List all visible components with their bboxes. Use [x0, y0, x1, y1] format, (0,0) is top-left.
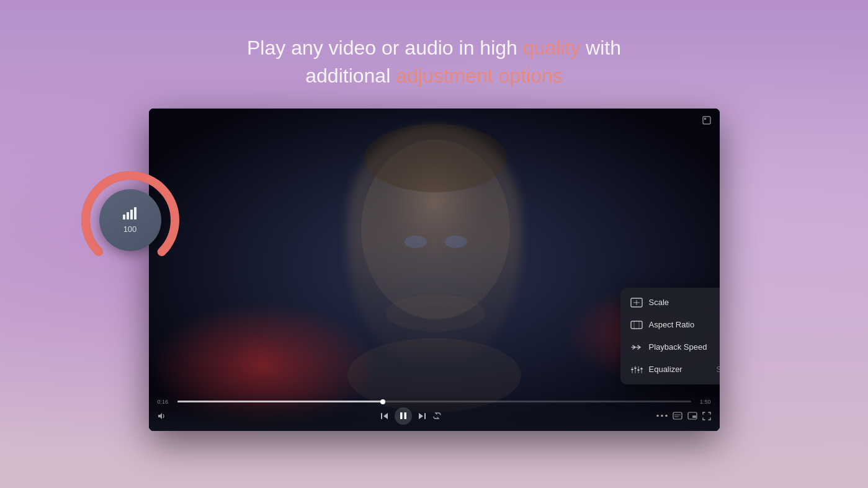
svg-point-11 [361, 140, 510, 319]
svg-rect-27 [634, 368, 637, 369]
svg-rect-38 [424, 413, 426, 419]
menu-item-equalizer[interactable]: Equalizer Shift+E [620, 358, 720, 381]
more-options-button[interactable] [656, 414, 668, 417]
headline-adjustment: adjustment options [396, 64, 563, 87]
headline: Play any video or audio in high quality … [247, 34, 621, 90]
headline-text-start: Play any video or audio in high [247, 37, 523, 59]
pip-button[interactable] [687, 412, 697, 420]
svg-rect-2 [123, 215, 125, 220]
time-total: 1:50 [696, 399, 711, 405]
headline-line2: additional adjustment options [247, 62, 621, 90]
svg-rect-34 [381, 413, 382, 419]
svg-marker-37 [419, 413, 423, 419]
svg-rect-35 [400, 412, 403, 419]
svg-rect-29 [637, 370, 640, 371]
headline-text-end: with [580, 37, 621, 59]
menu-label-scale: Scale [649, 298, 714, 307]
svg-point-15 [386, 295, 485, 332]
svg-point-9 [329, 115, 540, 363]
scale-icon [630, 298, 643, 308]
volume-center: 100 [99, 189, 161, 251]
svg-marker-32 [158, 413, 162, 419]
svg-rect-42 [673, 412, 682, 419]
menu-label-eq: Equalizer [649, 365, 710, 374]
svg-rect-25 [631, 369, 633, 370]
volume-button[interactable] [158, 412, 166, 420]
headline-line1: Play any video or audio in high quality … [247, 34, 621, 62]
time-current: 0:16 [158, 399, 172, 405]
menu-item-scale[interactable]: Scale Ctrl+S [620, 291, 720, 314]
menu-item-playback-speed[interactable]: Playback Speed Ctrl+L [620, 336, 720, 358]
screen-corner-icon [702, 116, 711, 126]
svg-point-12 [364, 124, 507, 192]
speed-icon [630, 342, 643, 352]
right-controls [656, 412, 711, 420]
menu-shortcut-eq: Shift+E [716, 365, 719, 374]
svg-point-39 [656, 415, 659, 417]
svg-rect-16 [703, 117, 710, 124]
play-pause-button[interactable] [395, 407, 412, 425]
menu-label-ratio: Aspect Ratio [649, 320, 714, 329]
headline-quality: quality [523, 37, 581, 59]
video-screen: Scale Ctrl+S Aspect Ratio Ctrl+A [149, 109, 720, 431]
svg-point-13 [405, 236, 427, 248]
menu-label-speed: Playback Speed [649, 342, 715, 352]
repeat-button[interactable] [432, 412, 442, 420]
prev-button[interactable] [380, 412, 388, 420]
menu-item-aspect-ratio[interactable]: Aspect Ratio Ctrl+A [620, 314, 720, 336]
headline-line2-start: additional [305, 64, 396, 87]
svg-point-41 [665, 415, 668, 417]
fullscreen-button[interactable] [702, 412, 711, 420]
svg-rect-36 [404, 412, 406, 419]
player-wrapper: 100 [149, 109, 720, 456]
controls-row [158, 405, 711, 425]
progress-track[interactable] [177, 401, 691, 402]
next-button[interactable] [418, 412, 426, 420]
subtitle-button[interactable] [673, 412, 682, 420]
svg-rect-21 [631, 321, 642, 329]
ratio-icon [630, 320, 643, 330]
svg-rect-4 [130, 210, 133, 220]
svg-point-14 [445, 236, 467, 248]
progress-fill [177, 401, 383, 402]
svg-rect-17 [704, 118, 706, 120]
svg-point-40 [661, 415, 663, 417]
controls-bar: 0:16 1:50 [149, 394, 720, 431]
volume-knob[interactable]: 100 [78, 167, 183, 273]
svg-rect-46 [692, 415, 696, 418]
svg-marker-33 [383, 413, 388, 419]
context-menu: Scale Ctrl+S Aspect Ratio Ctrl+A [620, 288, 720, 384]
progress-thumb [380, 399, 385, 404]
volume-icon [122, 206, 138, 223]
eq-icon [630, 365, 643, 375]
volume-value: 100 [123, 224, 137, 234]
progress-area: 0:16 1:50 [158, 394, 711, 405]
svg-rect-31 [640, 368, 643, 370]
svg-rect-3 [127, 212, 129, 220]
svg-rect-5 [134, 207, 136, 220]
